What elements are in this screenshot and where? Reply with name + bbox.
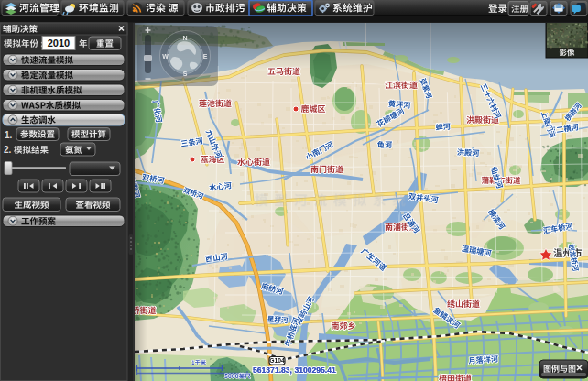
svg-text:1.: 1. [5,130,13,140]
svg-text:S: S [183,71,188,77]
svg-text:2010: 2010 [48,38,70,49]
svg-text:2.: 2. [4,145,12,155]
svg-text:G104: G104 [269,357,285,364]
svg-text:E: E [203,53,208,60]
svg-text:W: W [162,53,169,60]
svg-text:N: N [182,35,187,41]
svg-text:561371.83, 3100295.41: 561371.83, 3100295.41 [253,365,336,375]
